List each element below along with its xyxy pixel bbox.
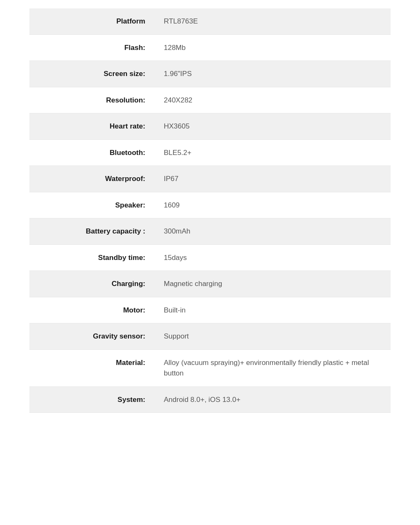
spec-label-standby-time: Standby time: [29, 244, 155, 271]
spec-label-speaker: Speaker: [29, 192, 155, 218]
spec-label-gravity-sensor: Gravity sensor: [29, 323, 155, 350]
table-row: Heart rate:HX3605 [29, 113, 391, 140]
spec-value-material: Alloy (vacuum spraying)+ environmentally… [155, 349, 391, 386]
spec-value-resolution: 240X282 [155, 87, 391, 113]
table-row: Motor:Built-in [29, 297, 391, 323]
table-row: Standby time:15days [29, 244, 391, 271]
table-row: Bluetooth:BLE5.2+ [29, 139, 391, 166]
spec-value-screen-size: 1.96"IPS [155, 61, 391, 87]
spec-value-gravity-sensor: Support [155, 323, 391, 350]
spec-value-bluetooth: BLE5.2+ [155, 139, 391, 166]
spec-label-material: Material: [29, 349, 155, 386]
table-row: Battery capacity :300mAh [29, 218, 391, 245]
table-row: Charging:Magnetic charging [29, 271, 391, 297]
specs-table: PlatformRTL8763EFlash:128MbScreen size:1… [29, 8, 391, 413]
table-row: Speaker:1609 [29, 192, 391, 218]
spec-label-flash: Flash: [29, 34, 155, 61]
spec-value-motor: Built-in [155, 297, 391, 323]
spec-value-flash: 128Mb [155, 34, 391, 61]
spec-label-system: System: [29, 386, 155, 413]
spec-label-waterproof: Waterproof: [29, 166, 155, 192]
spec-value-waterproof: IP67 [155, 166, 391, 192]
spec-value-standby-time: 15days [155, 244, 391, 271]
spec-label-platform: Platform [29, 8, 155, 34]
spec-label-charging: Charging: [29, 271, 155, 297]
spec-label-resolution: Resolution: [29, 87, 155, 113]
spec-label-motor: Motor: [29, 297, 155, 323]
spec-value-system: Android 8.0+, iOS 13.0+ [155, 386, 391, 413]
spec-label-battery-capacity: Battery capacity : [29, 218, 155, 245]
table-row: Waterproof:IP67 [29, 166, 391, 192]
table-row: PlatformRTL8763E [29, 8, 391, 34]
table-row: Screen size:1.96"IPS [29, 61, 391, 87]
spec-value-platform: RTL8763E [155, 8, 391, 34]
spec-label-screen-size: Screen size: [29, 61, 155, 87]
table-row: Gravity sensor:Support [29, 323, 391, 350]
spec-value-battery-capacity: 300mAh [155, 218, 391, 245]
table-row: System:Android 8.0+, iOS 13.0+ [29, 386, 391, 413]
table-row: Resolution:240X282 [29, 87, 391, 113]
spec-label-heart-rate: Heart rate: [29, 113, 155, 140]
spec-value-charging: Magnetic charging [155, 271, 391, 297]
table-row: Flash:128Mb [29, 34, 391, 61]
spec-label-bluetooth: Bluetooth: [29, 139, 155, 166]
table-row: Material:Alloy (vacuum spraying)+ enviro… [29, 349, 391, 386]
spec-value-heart-rate: HX3605 [155, 113, 391, 140]
spec-value-speaker: 1609 [155, 192, 391, 218]
